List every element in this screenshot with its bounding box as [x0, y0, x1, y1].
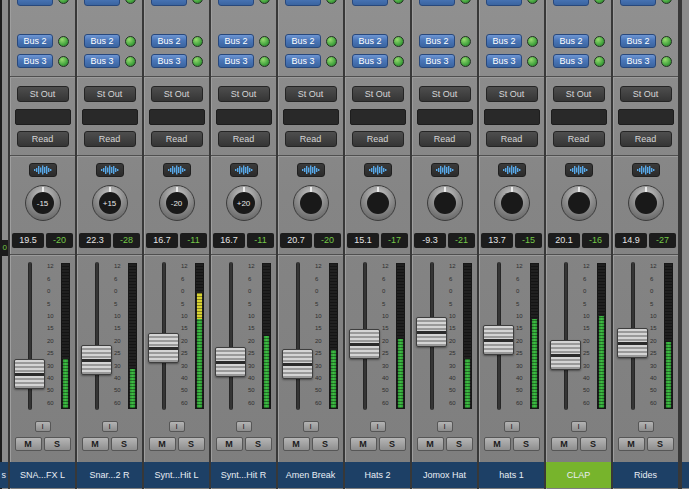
- send-level-knob-icon[interactable]: [125, 0, 136, 4]
- volume-fader[interactable]: [215, 347, 246, 377]
- pan-knob[interactable]: [561, 185, 597, 221]
- output-path-button[interactable]: St Out: [419, 86, 471, 102]
- automation-mode-button[interactable]: Read: [151, 131, 203, 147]
- input-monitor-button[interactable]: I: [102, 421, 118, 432]
- send-level-knob-icon[interactable]: [192, 0, 203, 4]
- send-button-bus3[interactable]: Bus 3: [486, 54, 522, 68]
- pan-knob[interactable]: [293, 185, 329, 221]
- peak-readout[interactable]: -11: [247, 233, 274, 248]
- input-monitor-button[interactable]: I: [303, 421, 319, 432]
- input-monitor-button[interactable]: I: [370, 421, 386, 432]
- volume-readout[interactable]: 20.7: [280, 233, 312, 248]
- pan-knob[interactable]: [628, 185, 664, 221]
- input-monitor-button[interactable]: I: [504, 421, 520, 432]
- send-button-bus3[interactable]: Bus 3: [84, 54, 120, 68]
- waveform-button[interactable]: [163, 163, 191, 177]
- volume-readout[interactable]: 16.7: [146, 233, 178, 248]
- send-button[interactable]: [620, 0, 656, 6]
- peak-readout[interactable]: -16: [582, 233, 609, 248]
- send-button-bus2[interactable]: Bus 2: [151, 34, 187, 48]
- mute-button[interactable]: M: [216, 437, 243, 451]
- volume-fader[interactable]: [349, 329, 380, 359]
- automation-mode-button[interactable]: Read: [620, 131, 672, 147]
- track-name[interactable]: Synt...Hit L: [144, 462, 209, 488]
- send-level-knob-icon[interactable]: [460, 56, 471, 67]
- send-level-knob-icon[interactable]: [594, 36, 605, 47]
- send-button-bus2[interactable]: Bus 2: [553, 34, 589, 48]
- solo-button[interactable]: S: [44, 437, 71, 451]
- waveform-button[interactable]: [632, 163, 660, 177]
- waveform-button[interactable]: [230, 163, 258, 177]
- output-path-button[interactable]: St Out: [352, 86, 404, 102]
- solo-button[interactable]: S: [312, 437, 339, 451]
- pan-knob[interactable]: +20: [226, 185, 262, 221]
- volume-fader[interactable]: [483, 325, 514, 355]
- send-button-bus3[interactable]: Bus 3: [218, 54, 254, 68]
- send-level-knob-icon[interactable]: [259, 36, 270, 47]
- mute-button[interactable]: M: [82, 437, 109, 451]
- mute-button[interactable]: M: [484, 437, 511, 451]
- send-button[interactable]: [151, 0, 187, 6]
- input-monitor-button[interactable]: I: [571, 421, 587, 432]
- output-path-button[interactable]: St Out: [84, 86, 136, 102]
- solo-button[interactable]: S: [245, 437, 272, 451]
- peak-readout[interactable]: -21: [448, 233, 475, 248]
- send-level-knob-icon[interactable]: [192, 56, 203, 67]
- mute-button[interactable]: M: [283, 437, 310, 451]
- pan-knob[interactable]: [494, 185, 530, 221]
- waveform-button[interactable]: [565, 163, 593, 177]
- output-path-button[interactable]: St Out: [553, 86, 605, 102]
- input-monitor-button[interactable]: I: [169, 421, 185, 432]
- send-level-knob-icon[interactable]: [326, 56, 337, 67]
- peak-readout[interactable]: -20: [46, 233, 73, 248]
- track-name[interactable]: [682, 462, 689, 488]
- waveform-button[interactable]: [29, 163, 57, 177]
- solo-button[interactable]: S: [580, 437, 607, 451]
- group-assignment-box[interactable]: [149, 109, 205, 125]
- waveform-button[interactable]: [364, 163, 392, 177]
- waveform-button[interactable]: [96, 163, 124, 177]
- output-path-button[interactable]: St Out: [17, 86, 69, 102]
- send-level-knob-icon[interactable]: [259, 56, 270, 67]
- waveform-button[interactable]: [431, 163, 459, 177]
- send-level-knob-icon[interactable]: [527, 36, 538, 47]
- automation-mode-button[interactable]: Read: [218, 131, 270, 147]
- output-path-button[interactable]: St Out: [151, 86, 203, 102]
- send-level-knob-icon[interactable]: [58, 56, 69, 67]
- send-level-knob-icon[interactable]: [661, 0, 672, 4]
- volume-readout[interactable]: 22.3: [79, 233, 111, 248]
- send-button-bus3[interactable]: Bus 3: [151, 54, 187, 68]
- send-level-knob-icon[interactable]: [393, 36, 404, 47]
- send-button-bus2[interactable]: Bus 2: [84, 34, 120, 48]
- volume-fader[interactable]: [416, 317, 447, 347]
- send-button-bus3[interactable]: Bus 3: [553, 54, 589, 68]
- mute-button[interactable]: M: [149, 437, 176, 451]
- send-level-knob-icon[interactable]: [259, 0, 270, 4]
- send-level-knob-icon[interactable]: [594, 56, 605, 67]
- waveform-button[interactable]: [498, 163, 526, 177]
- automation-mode-button[interactable]: Read: [84, 131, 136, 147]
- send-level-knob-icon[interactable]: [527, 56, 538, 67]
- input-monitor-button[interactable]: I: [638, 421, 654, 432]
- pan-knob[interactable]: [360, 185, 396, 221]
- send-button-bus2[interactable]: Bus 2: [352, 34, 388, 48]
- send-level-knob-icon[interactable]: [58, 0, 69, 4]
- automation-mode-button[interactable]: Read: [486, 131, 538, 147]
- send-button-bus2[interactable]: Bus 2: [486, 34, 522, 48]
- send-level-knob-icon[interactable]: [125, 56, 136, 67]
- output-path-button[interactable]: St Out: [620, 86, 672, 102]
- volume-fader[interactable]: [282, 349, 313, 379]
- group-assignment-box[interactable]: [551, 109, 607, 125]
- group-assignment-box[interactable]: [484, 109, 540, 125]
- volume-fader[interactable]: [617, 328, 648, 358]
- volume-fader[interactable]: [14, 359, 45, 389]
- track-name[interactable]: hats 1: [479, 462, 544, 488]
- solo-button[interactable]: S: [379, 437, 406, 451]
- solo-button[interactable]: S: [513, 437, 540, 451]
- peak-readout[interactable]: -27: [649, 233, 676, 248]
- volume-readout[interactable]: 16.7: [213, 233, 245, 248]
- automation-mode-button[interactable]: Read: [352, 131, 404, 147]
- send-button[interactable]: [17, 0, 53, 6]
- group-assignment-box[interactable]: [15, 109, 71, 125]
- peak-readout[interactable]: -28: [113, 233, 140, 248]
